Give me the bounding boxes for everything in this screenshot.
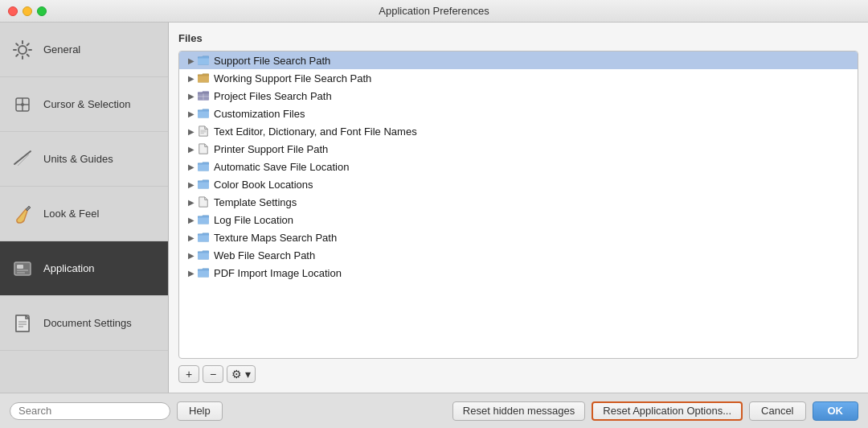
folder-icon bbox=[197, 107, 210, 120]
main-area: General Cursor & Selection Units & G bbox=[0, 23, 868, 393]
sidebar-item-document[interactable]: Document Settings bbox=[0, 296, 168, 351]
bottom-bar: Help Reset hidden messages Reset Applica… bbox=[0, 393, 868, 428]
gear-options-button[interactable]: ⚙ ▾ bbox=[227, 365, 256, 383]
expand-arrow-icon: ▶ bbox=[186, 90, 197, 101]
list-item-label: Working Support File Search Path bbox=[214, 72, 371, 84]
svg-line-5 bbox=[14, 151, 31, 164]
list-item[interactable]: ▶ Texture Maps Search Path bbox=[179, 228, 858, 246]
sidebar-item-units[interactable]: Units & Guides bbox=[0, 132, 168, 187]
sidebar-item-look-feel[interactable]: Look & Feel bbox=[0, 187, 168, 241]
cursor-icon bbox=[10, 92, 35, 117]
list-item[interactable]: ▶ Color Book Locations bbox=[179, 175, 858, 193]
title-bar: Application Preferences bbox=[0, 0, 868, 23]
list-item-label: Log File Location bbox=[214, 214, 293, 226]
remove-button[interactable]: − bbox=[203, 365, 223, 383]
expand-arrow-icon: ▶ bbox=[186, 143, 197, 154]
sidebar-item-general[interactable]: General bbox=[0, 23, 168, 77]
ok-button[interactable]: OK bbox=[813, 401, 859, 421]
list-item-label: Text Editor, Dictionary, and Font File N… bbox=[214, 126, 417, 138]
doc-icon bbox=[197, 142, 210, 155]
list-item[interactable]: ▶ PDF Import Image Location bbox=[179, 264, 858, 282]
expand-arrow-icon: ▶ bbox=[186, 126, 197, 137]
sidebar: General Cursor & Selection Units & G bbox=[0, 23, 169, 393]
folder-icon bbox=[197, 231, 210, 244]
content-area: Files ▶ Support File Search Path ▶ bbox=[169, 23, 868, 393]
list-item[interactable]: ▶ Automatic Save File Location bbox=[179, 158, 858, 175]
folder-icon bbox=[197, 249, 210, 261]
list-item[interactable]: ▶ Working Support File Search Path bbox=[179, 69, 858, 87]
list-item-label: Color Book Locations bbox=[214, 179, 313, 191]
list-item-label: Support File Search Path bbox=[214, 55, 330, 67]
sidebar-label-general: General bbox=[43, 43, 80, 56]
expand-arrow-icon: ▶ bbox=[186, 196, 197, 208]
sidebar-item-cursor[interactable]: Cursor & Selection bbox=[0, 77, 168, 132]
folder-icon bbox=[197, 160, 210, 173]
maximize-button[interactable] bbox=[37, 6, 47, 16]
folder-icon bbox=[197, 178, 210, 191]
expand-arrow-icon: ▶ bbox=[186, 249, 197, 261]
file-list[interactable]: ▶ Support File Search Path ▶ bbox=[178, 51, 858, 359]
svg-rect-10 bbox=[17, 272, 25, 274]
reset-hidden-button[interactable]: Reset hidden messages bbox=[452, 401, 585, 421]
list-item-label: Project Files Search Path bbox=[214, 90, 332, 102]
sidebar-label-look-feel: Look & Feel bbox=[43, 208, 99, 220]
reset-app-button[interactable]: Reset Application Options... bbox=[592, 401, 743, 421]
gear-icon bbox=[10, 37, 35, 63]
expand-arrow-icon: ▶ bbox=[186, 161, 197, 172]
search-input[interactable] bbox=[10, 402, 170, 420]
folder-icon bbox=[197, 72, 210, 84]
sidebar-label-units: Units & Guides bbox=[43, 153, 113, 165]
expand-arrow-icon: ▶ bbox=[186, 267, 197, 278]
sidebar-label-application: Application bbox=[43, 262, 95, 274]
close-button[interactable] bbox=[8, 6, 18, 16]
app-icon bbox=[10, 256, 35, 282]
doc-icon bbox=[197, 195, 210, 208]
list-item[interactable]: ▶ Printer Support File Path bbox=[179, 140, 858, 158]
content-toolbar: + − ⚙ ▾ bbox=[178, 365, 858, 383]
expand-arrow-icon: ▶ bbox=[186, 72, 197, 84]
svg-rect-9 bbox=[17, 270, 28, 271]
list-item-label: PDF Import Image Location bbox=[214, 267, 342, 279]
expand-arrow-icon: ▶ bbox=[186, 55, 197, 66]
list-item[interactable]: ▶ Customization Files bbox=[179, 105, 858, 122]
folder-icon bbox=[197, 213, 210, 226]
folder-icon bbox=[197, 54, 210, 67]
list-item[interactable]: ▶ Support File Search Path bbox=[179, 51, 858, 69]
list-item-label: Automatic Save File Location bbox=[214, 161, 349, 173]
list-item[interactable]: ▶ Log File Location bbox=[179, 211, 858, 228]
list-item-label: Web File Search Path bbox=[214, 249, 315, 261]
window-title: Application Preferences bbox=[379, 5, 489, 17]
brush-icon bbox=[10, 201, 35, 227]
doc-settings-icon bbox=[10, 311, 35, 336]
list-item[interactable]: ▶ Web File Search Path bbox=[179, 246, 858, 264]
expand-arrow-icon: ▶ bbox=[186, 179, 197, 190]
expand-arrow-icon: ▶ bbox=[186, 232, 197, 243]
folder-icon bbox=[197, 266, 210, 279]
svg-rect-8 bbox=[17, 265, 23, 269]
list-item-label: Customization Files bbox=[214, 108, 305, 120]
expand-arrow-icon: ▶ bbox=[186, 108, 197, 119]
list-item[interactable]: ▶ Project Files Search Path bbox=[179, 87, 858, 105]
list-item[interactable]: ▶ Text Editor, Dictionary, and Font File… bbox=[179, 122, 858, 140]
bottom-right: Reset hidden messages Reset Application … bbox=[452, 401, 858, 421]
add-button[interactable]: + bbox=[178, 365, 199, 383]
sidebar-label-document: Document Settings bbox=[43, 317, 132, 329]
traffic-lights bbox=[8, 6, 47, 16]
svg-point-4 bbox=[21, 103, 24, 106]
doc-icon bbox=[197, 125, 210, 138]
list-item-label: Printer Support File Path bbox=[214, 143, 328, 155]
list-item-label: Template Settings bbox=[214, 196, 297, 208]
cancel-button[interactable]: Cancel bbox=[749, 401, 805, 421]
minimize-button[interactable] bbox=[23, 6, 32, 16]
svg-point-0 bbox=[18, 46, 27, 54]
folder-grid-icon bbox=[197, 89, 210, 102]
help-button[interactable]: Help bbox=[177, 401, 223, 421]
bottom-left: Help bbox=[10, 401, 223, 421]
list-item-label: Texture Maps Search Path bbox=[214, 232, 337, 244]
list-item[interactable]: ▶ Template Settings bbox=[179, 193, 858, 211]
sidebar-label-cursor: Cursor & Selection bbox=[43, 98, 130, 110]
expand-arrow-icon: ▶ bbox=[186, 214, 197, 225]
section-title: Files bbox=[178, 32, 858, 44]
sidebar-item-application[interactable]: Application bbox=[0, 241, 168, 296]
ruler-icon bbox=[10, 146, 35, 172]
